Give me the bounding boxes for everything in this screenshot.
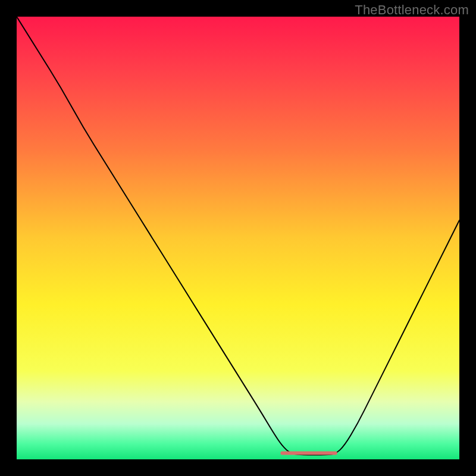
plot-area	[17, 17, 459, 459]
chart-frame: TheBottleneck.com	[0, 0, 476, 476]
watermark-text: TheBottleneck.com	[355, 2, 469, 18]
chart-background	[17, 17, 459, 459]
chart-svg	[17, 17, 459, 459]
